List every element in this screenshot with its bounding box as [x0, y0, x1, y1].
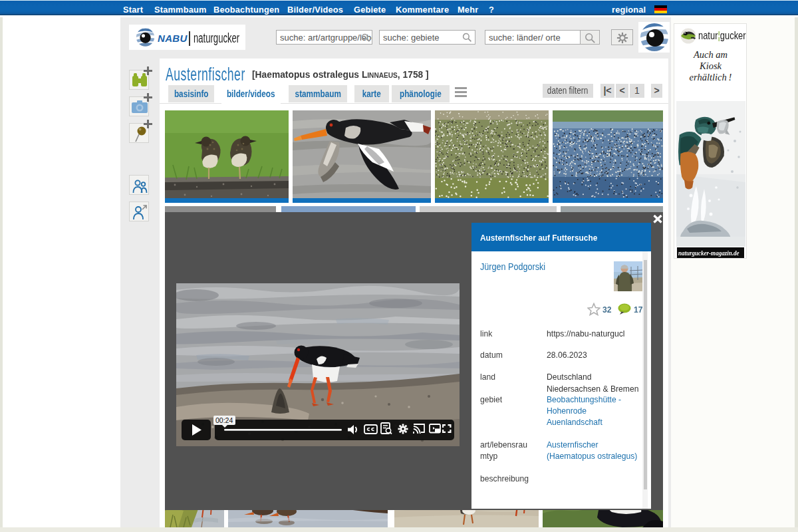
svg-text:00:24: 00:24: [215, 416, 233, 424]
